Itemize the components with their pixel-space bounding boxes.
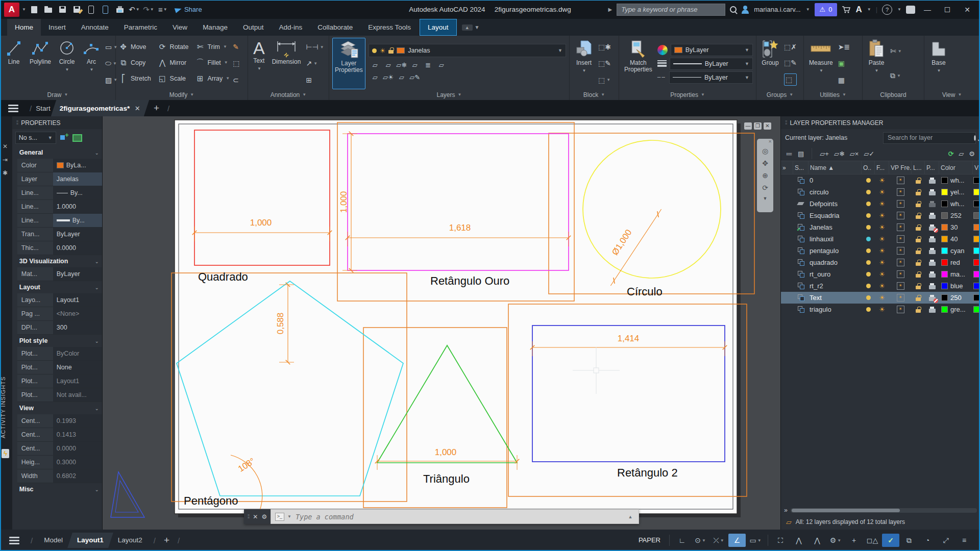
- layer-thaw-all-icon[interactable]: ▱☀: [383, 73, 394, 81]
- layout-menu-icon[interactable]: [9, 537, 19, 544]
- layer-plot-icon[interactable]: [929, 191, 936, 195]
- layer-settings-icon[interactable]: ⚙: [969, 150, 975, 158]
- layer-search-box[interactable]: [883, 132, 976, 144]
- customize-qat-button[interactable]: ≡▼: [157, 4, 169, 16]
- layer-plot-icon[interactable]: [929, 285, 936, 289]
- expand-columns-icon[interactable]: »: [784, 507, 788, 514]
- layer-freeze-icon[interactable]: ☀: [879, 282, 885, 290]
- orbit-icon[interactable]: ⟳: [762, 184, 768, 192]
- layer-lock-icon[interactable]: [916, 239, 921, 242]
- layer-states-icon[interactable]: ▱: [959, 150, 964, 158]
- layer-column-o[interactable]: O..: [862, 161, 875, 174]
- navbar-close-icon[interactable]: ✕: [768, 139, 772, 144]
- layer-row-pentagulo[interactable]: pentagulo☀☀cyan: [781, 245, 980, 257]
- layer-lock-icon[interactable]: [916, 286, 921, 289]
- paper-space-button[interactable]: PAPER: [633, 534, 666, 547]
- ribbon-tab-output[interactable]: Output: [235, 19, 272, 36]
- fillet-button[interactable]: ⌒Fillet▼: [195, 58, 230, 67]
- panel-label-annotation[interactable]: Annotation▼: [248, 89, 329, 100]
- layer-row-rt_ouro[interactable]: rt_ouro☀☀ma...: [781, 268, 980, 280]
- layer-name[interactable]: linhauxil: [808, 233, 862, 245]
- scroll-thumb[interactable]: [792, 509, 900, 512]
- drawing-minimize-icon[interactable]: —: [744, 122, 752, 130]
- layer-vp-freeze-icon[interactable]: ☀: [897, 235, 904, 243]
- palette-autohide-icon[interactable]: ⇥: [3, 156, 8, 163]
- search-icon[interactable]: [730, 6, 737, 13]
- layer-color-name[interactable]: 40: [950, 235, 958, 243]
- drawing-restore-icon[interactable]: ❐: [754, 122, 762, 130]
- layer-name[interactable]: Esquadria: [808, 210, 862, 221]
- layer-on-icon[interactable]: [866, 190, 871, 194]
- copy-clip-icon[interactable]: ⧉ ▼: [890, 70, 902, 82]
- layer-freeze-icon[interactable]: ☀: [879, 247, 885, 255]
- autodesk-menu-caret-icon[interactable]: ▼: [867, 7, 871, 12]
- layer-on-icon[interactable]: [866, 202, 871, 206]
- properties-section-header[interactable]: Layout⌄: [17, 281, 102, 293]
- properties-palette-title[interactable]: ⁞⁞ PROPERTIES: [12, 116, 102, 129]
- ribbon-tab-express-tools[interactable]: Express Tools: [360, 19, 419, 36]
- explode-icon[interactable]: ⬚: [233, 58, 239, 69]
- line-button[interactable]: Line: [3, 38, 24, 89]
- layer-column-color[interactable]: Color: [939, 161, 973, 174]
- help-icon[interactable]: ?: [882, 5, 892, 15]
- select-objects-icon[interactable]: [72, 134, 82, 142]
- ribbon-tab-view[interactable]: View: [165, 19, 195, 36]
- panel-label-view[interactable]: View▼: [924, 89, 979, 100]
- layer-plot-icon[interactable]: [929, 297, 936, 301]
- layer-vp-freeze-icon[interactable]: ☀: [897, 177, 904, 184]
- panel-label-block[interactable]: Block▼: [570, 89, 619, 100]
- layer-lock-icon[interactable]: ▱: [412, 61, 418, 69]
- isometric-drafting-icon[interactable]: ⤫▼: [710, 534, 727, 547]
- layer-name[interactable]: Defpoints: [808, 198, 862, 210]
- circle-button[interactable]: Circle▼: [56, 38, 78, 89]
- layer-off-icon[interactable]: ▱: [373, 61, 378, 69]
- layer-make-current-icon[interactable]: ≣: [425, 61, 431, 69]
- annotation-visibility-icon[interactable]: ⋀: [790, 534, 807, 547]
- layer-on-icon[interactable]: [866, 295, 871, 300]
- property-row[interactable]: Pag ...<None>: [17, 307, 102, 321]
- layer-freeze-icon[interactable]: ☀: [879, 200, 885, 208]
- layer-row-0[interactable]: 0☀☀wh...: [781, 174, 980, 186]
- property-row[interactable]: Plot...Layout1: [17, 374, 102, 388]
- layer-lock-icon[interactable]: [916, 215, 921, 219]
- panel-label-utilities[interactable]: Utilities▼: [804, 89, 862, 100]
- ortho-icon[interactable]: ∟: [673, 534, 691, 547]
- new-layer-icon[interactable]: ▱+: [820, 150, 829, 158]
- layer-lock-icon[interactable]: [916, 297, 921, 301]
- clean-screen-icon[interactable]: ⤢: [937, 534, 954, 547]
- selection-filter-dropdown[interactable]: No s...▼: [15, 132, 56, 144]
- property-row[interactable]: Line...By...: [17, 214, 102, 228]
- property-row[interactable]: Line...By...: [17, 186, 102, 200]
- layer-color-swatch[interactable]: [941, 294, 948, 301]
- join-icon[interactable]: ⊂: [233, 74, 239, 86]
- layer-vp-freeze-icon[interactable]: ☀: [897, 223, 904, 231]
- layer-freeze-icon[interactable]: ☀: [879, 270, 885, 278]
- command-line[interactable]: ⁞⁞ ✕ ⚙ >_ ▼ ▲: [244, 509, 639, 524]
- layer-vp-freeze-icon[interactable]: ☀: [897, 247, 904, 255]
- polar-tracking-icon[interactable]: ⊙▼: [692, 534, 709, 547]
- property-row[interactable]: Layo...Layout1: [17, 293, 102, 307]
- panel-label-groups[interactable]: Groups▼: [756, 89, 803, 100]
- property-row[interactable]: DPI...300: [17, 321, 102, 335]
- property-row[interactable]: Plot...Not avail...: [17, 388, 102, 402]
- activity-insights-icon[interactable]: ϟ: [2, 449, 9, 458]
- layer-name[interactable]: triagulo: [808, 304, 862, 315]
- command-input[interactable]: [295, 512, 623, 521]
- layer-unlock2-icon[interactable]: ▱: [399, 73, 404, 81]
- stretch-button[interactable]: ⎡Stretch: [119, 74, 151, 83]
- palette-close-icon[interactable]: ✕: [3, 143, 8, 150]
- layer-color-name[interactable]: yel...: [950, 188, 964, 196]
- layer-freeze-icon[interactable]: ☀: [879, 306, 885, 313]
- layer-vp-freeze-icon[interactable]: ☀: [897, 188, 904, 196]
- linetype-dropdown[interactable]: ByLayer ▼: [669, 71, 753, 84]
- ribbon-tab-collaborate[interactable]: Collaborate: [310, 19, 360, 36]
- document-tab[interactable]: 2figurasgeometricas* ✕: [51, 100, 149, 116]
- set-current-layer-icon[interactable]: ▱✓: [864, 150, 874, 158]
- layer-freeze-icon[interactable]: ☀: [879, 294, 885, 302]
- object-visibility-icon[interactable]: ◻△: [864, 534, 881, 547]
- object-snap-tracking-icon[interactable]: ∠: [728, 534, 746, 547]
- property-row[interactable]: Thic...0.0000: [17, 241, 102, 255]
- layer-lock-icon[interactable]: [916, 180, 921, 184]
- layer-color-name[interactable]: 252: [950, 212, 962, 219]
- palette-settings-icon[interactable]: ✱: [3, 169, 8, 177]
